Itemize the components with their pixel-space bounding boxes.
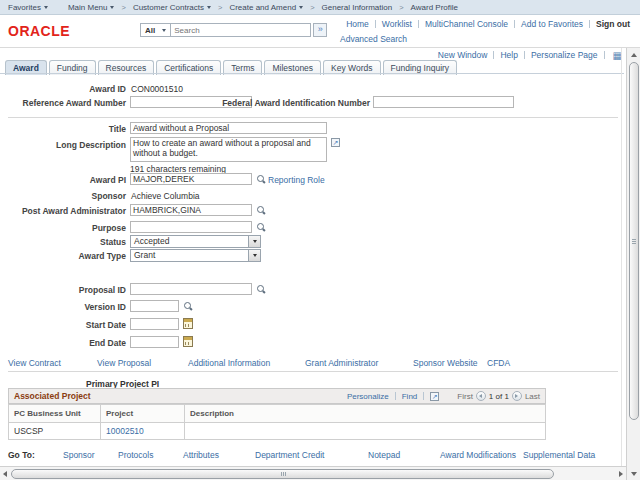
- personalize-link[interactable]: Personalize: [347, 392, 389, 401]
- long-description-textarea[interactable]: How to create an award without a proposa…: [130, 137, 327, 162]
- col-pc-business-unit: PC Business Unit: [9, 405, 101, 423]
- award-pi-lookup-icon[interactable]: [256, 174, 266, 184]
- sponsor-website-link[interactable]: Sponsor Website: [413, 358, 478, 368]
- sign-out-link[interactable]: Sign out: [596, 19, 630, 29]
- status-select[interactable]: Accepted: [130, 235, 261, 248]
- advanced-search-link[interactable]: Advanced Search: [340, 34, 407, 44]
- view-all-icon[interactable]: ↗: [430, 392, 439, 401]
- goto-sponsor-link[interactable]: Sponsor: [63, 450, 95, 460]
- table-header-row: PC Business Unit Project Description: [9, 405, 546, 423]
- select-arrow-icon: [248, 250, 260, 261]
- title-input[interactable]: [130, 122, 327, 134]
- multichannel-console-link[interactable]: MultiChannel Console: [425, 19, 508, 29]
- award-type-select[interactable]: Grant: [130, 249, 261, 262]
- award-pi-input[interactable]: [130, 173, 252, 185]
- tab-baseline: [0, 73, 624, 74]
- divider: [395, 392, 396, 400]
- personalize-page-link[interactable]: Personalize Page: [531, 50, 598, 60]
- cell-pc-business-unit: USCSP: [9, 423, 101, 440]
- breadcrumb-favorites[interactable]: Favorites: [8, 3, 48, 12]
- help-link[interactable]: Help: [500, 50, 517, 60]
- end-date-calendar-icon[interactable]: [183, 336, 193, 347]
- federal-award-id-input[interactable]: [373, 96, 514, 108]
- search-go-button[interactable]: »: [313, 23, 327, 37]
- page-indicator: 1 of 1: [489, 392, 509, 401]
- purpose-label: Purpose: [0, 223, 126, 233]
- status-label: Status: [0, 237, 126, 247]
- view-proposal-link[interactable]: View Proposal: [97, 358, 151, 368]
- goto-protocols-link[interactable]: Protocols: [118, 450, 153, 460]
- breadcrumb-general-information[interactable]: General Information: [322, 3, 393, 12]
- breadcrumb-award-profile[interactable]: Award Profile: [411, 3, 458, 12]
- breadcrumb-general-information-label: General Information: [322, 3, 393, 12]
- horizontal-scrollbar-thumb[interactable]: [11, 469, 554, 479]
- scroll-down-icon[interactable]: [627, 467, 640, 480]
- associated-project-grid: Associated Project Personalize Find ↗ Fi…: [8, 388, 546, 440]
- breadcrumb-separator: >: [310, 3, 314, 12]
- goto-notepad-link[interactable]: Notepad: [368, 450, 400, 460]
- scroll-right-icon[interactable]: [616, 467, 626, 480]
- start-date-input[interactable]: [130, 318, 179, 330]
- goto-supplemental-data-link[interactable]: Supplemental Data: [523, 450, 595, 460]
- search-scope-select[interactable]: All: [140, 23, 171, 37]
- breadcrumb-main-menu[interactable]: Main Menu: [68, 3, 115, 12]
- purpose-input[interactable]: [130, 221, 252, 233]
- content-frame-edge: [621, 48, 622, 466]
- previous-page-icon[interactable]: [476, 391, 486, 401]
- home-link[interactable]: Home: [346, 19, 369, 29]
- project-link[interactable]: 10002510: [106, 426, 144, 436]
- version-id-lookup-icon[interactable]: [183, 301, 193, 311]
- worklist-link[interactable]: Worklist: [382, 19, 412, 29]
- last-link[interactable]: Last: [525, 392, 540, 401]
- new-window-link[interactable]: New Window: [438, 50, 488, 60]
- award-pi-label: Award PI: [0, 175, 126, 185]
- horizontal-scrollbar[interactable]: [0, 466, 626, 480]
- goto-award-modifications-link[interactable]: Award Modifications: [440, 450, 516, 460]
- grant-administrator-link[interactable]: Grant Administrator: [305, 358, 378, 368]
- header: ORACLE All » Advanced Search Home Workli…: [0, 15, 640, 47]
- goto-attributes-link[interactable]: Attributes: [183, 450, 219, 460]
- header-links: Home Worklist MultiChannel Console Add t…: [346, 19, 630, 29]
- long-description-label: Long Description: [0, 140, 126, 150]
- scroll-up-icon[interactable]: [627, 48, 640, 61]
- version-id-label: Version ID: [0, 302, 126, 312]
- divider: [524, 51, 525, 59]
- view-contract-link[interactable]: View Contract: [8, 358, 61, 368]
- post-award-administrator-lookup-icon[interactable]: [256, 205, 266, 215]
- find-link[interactable]: Find: [402, 392, 418, 401]
- breadcrumb-create-and-amend[interactable]: Create and Amend: [229, 3, 303, 12]
- vertical-scrollbar[interactable]: [626, 48, 640, 480]
- breadcrumb-customer-contracts[interactable]: Customer Contracts: [133, 3, 211, 12]
- scroll-left-icon[interactable]: [0, 467, 10, 480]
- post-award-administrator-input[interactable]: [130, 204, 252, 216]
- divider: [418, 20, 419, 28]
- title-label: Title: [0, 124, 126, 134]
- award-type-value: Grant: [134, 250, 155, 260]
- proposal-id-label: Proposal ID: [0, 285, 126, 295]
- purpose-lookup-icon[interactable]: [256, 222, 266, 232]
- caret-down-icon: [207, 6, 211, 9]
- table-row: USCSP 10002510: [9, 423, 546, 440]
- additional-information-link[interactable]: Additional Information: [188, 358, 270, 368]
- caret-down-icon: [162, 29, 166, 32]
- grid-title-bar: Associated Project Personalize Find ↗ Fi…: [8, 388, 546, 404]
- vertical-scrollbar-thumb[interactable]: [629, 62, 639, 420]
- add-to-favorites-link[interactable]: Add to Favorites: [521, 19, 583, 29]
- select-arrow-icon: [248, 236, 260, 247]
- cfda-link[interactable]: CFDA: [487, 358, 510, 368]
- goto-department-credit-link[interactable]: Department Credit: [255, 450, 324, 460]
- start-date-calendar-icon[interactable]: [183, 318, 193, 329]
- version-id-input[interactable]: [130, 300, 179, 312]
- proposal-id-lookup-icon[interactable]: [256, 284, 266, 294]
- divider: [493, 51, 494, 59]
- cell-description: [185, 423, 546, 440]
- first-link[interactable]: First: [457, 392, 473, 401]
- next-page-icon[interactable]: [512, 391, 522, 401]
- proposal-id-input[interactable]: [130, 283, 252, 295]
- reporting-role-link[interactable]: Reporting Role: [268, 175, 325, 185]
- search-input[interactable]: [171, 23, 311, 37]
- end-date-input[interactable]: [130, 336, 179, 348]
- post-award-administrator-label: Post Award Administrator: [0, 206, 126, 216]
- oracle-logo: ORACLE: [8, 23, 70, 39]
- expand-icon[interactable]: ↗: [331, 138, 340, 147]
